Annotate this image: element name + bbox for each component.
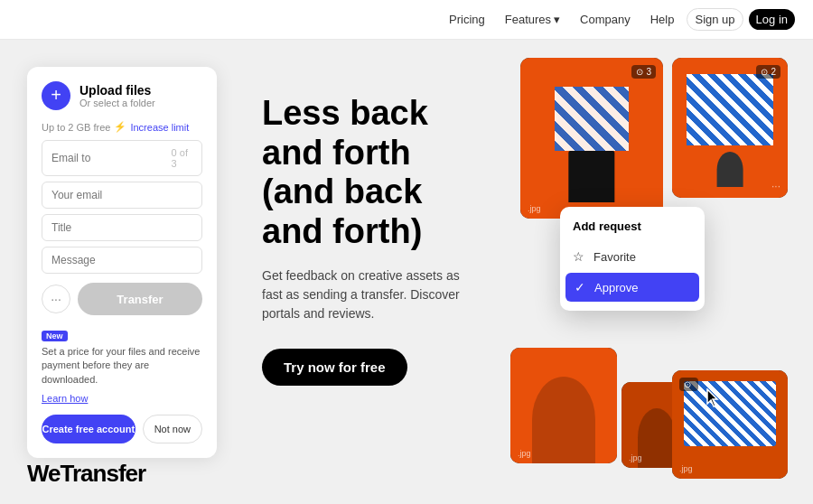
fashion-image-5: ⊙ .jpg [672, 370, 788, 479]
card-badge-1: ⊙ 3 [631, 65, 656, 79]
message-field[interactable] [42, 247, 202, 274]
upload-title: Upload files [79, 83, 155, 98]
middle-panel: Less back and forth (and back and forth)… [235, 40, 506, 404]
clock-icon-5: ⊙ [684, 379, 691, 389]
plus-icon: + [51, 86, 61, 104]
hero-title: Less back and forth (and back and forth) [262, 94, 479, 252]
limit-text: Up to 2 GB free [42, 122, 110, 133]
nav-login[interactable]: Log in [749, 9, 795, 30]
email-to-input[interactable] [51, 152, 172, 164]
nav-features[interactable]: Features ▾ [498, 9, 567, 30]
card-dots-2: ··· [771, 180, 780, 192]
clock-icon: ⊙ [636, 67, 643, 77]
clock-icon-2: ⊙ [761, 67, 768, 77]
not-now-button[interactable]: Not now [143, 415, 202, 443]
transfer-button[interactable]: Transfer [78, 283, 202, 315]
upload-title-group: Upload files Or select a folder [79, 83, 155, 108]
nav-links: Pricing Features ▾ Company Help Sign up … [442, 8, 795, 31]
popup-approve-label: Approve [594, 281, 638, 294]
fashion-image-1: ⊙ 3 .jpg [520, 58, 663, 219]
create-account-button[interactable]: Create free account [42, 415, 136, 443]
upload-button[interactable]: + [42, 81, 70, 110]
bottom-buttons: Create free account Not now [42, 415, 202, 443]
title-field[interactable] [42, 214, 202, 241]
card-label-4: .jpg [629, 453, 642, 462]
image-card-1: ⊙ 3 .jpg [520, 58, 663, 219]
title-input[interactable] [51, 221, 192, 234]
your-email-field[interactable] [42, 182, 202, 209]
fashion-image-2: ⊙ 2 ··· [672, 58, 788, 198]
card-label-1: .jpg [528, 204, 541, 213]
card-badge-5: ⊙ [679, 378, 698, 391]
right-panel: ⊙ 3 .jpg ⊙ 2 ··· [506, 49, 795, 504]
transfer-row: ··· Transfer [42, 283, 202, 315]
hero-subtitle: Get feedback on creative assets as fast … [262, 266, 479, 323]
more-options-button[interactable]: ··· [42, 285, 70, 313]
new-badge: New [42, 331, 68, 341]
card-badge-2: ⊙ 2 [756, 65, 780, 79]
brand-logo: WeTransfer [27, 460, 145, 488]
nav-pricing[interactable]: Pricing [442, 9, 492, 30]
payment-text: Set a price for your files and receive p… [42, 345, 202, 387]
image-card-3: .jpg [510, 348, 617, 463]
your-email-input[interactable] [51, 189, 192, 201]
learn-how-link[interactable]: Learn how [42, 393, 88, 404]
card-label-3: .jpg [518, 449, 531, 458]
check-icon: ✓ [575, 280, 585, 294]
star-icon: ☆ [573, 249, 584, 264]
popup-menu: Add request ☆ Favorite ✓ Approve [560, 207, 705, 311]
image-card-5: ⊙ .jpg [672, 370, 788, 479]
upload-card: + Upload files Or select a folder Up to … [27, 67, 217, 458]
nav-company[interactable]: Company [573, 9, 638, 30]
fashion-image-3: .jpg [510, 348, 617, 463]
nav-help[interactable]: Help [643, 9, 682, 30]
increase-limit-link[interactable]: Increase limit [130, 122, 189, 133]
email-count: 0 of 3 [172, 147, 192, 169]
upload-subtitle: Or select a folder [79, 98, 155, 108]
popup-favorite-item[interactable]: ☆ Favorite [560, 242, 705, 271]
popup-title: Add request [560, 214, 705, 242]
limit-row: Up to 2 GB free ⚡ Increase limit [42, 121, 202, 133]
upload-header: + Upload files Or select a folder [42, 81, 202, 110]
email-to-field[interactable]: 0 of 3 [42, 140, 202, 176]
image-card-2: ⊙ 2 ··· [672, 58, 788, 198]
main-content: + Upload files Or select a folder Up to … [0, 40, 813, 504]
navigation: Pricing Features ▾ Company Help Sign up … [0, 0, 813, 40]
card-label-5: .jpg [679, 464, 693, 473]
popup-approve-item[interactable]: ✓ Approve [565, 273, 699, 302]
lightning-icon: ⚡ [114, 121, 126, 133]
nav-signup[interactable]: Sign up [687, 8, 743, 31]
message-input[interactable] [51, 254, 192, 266]
popup-favorite-label: Favorite [593, 250, 636, 264]
cursor-indicator [706, 388, 723, 405]
payment-section: New Set a price for your files and recei… [42, 326, 202, 406]
left-panel: + Upload files Or select a folder Up to … [0, 40, 235, 476]
try-now-button[interactable]: Try now for free [262, 349, 407, 386]
chevron-down-icon: ▾ [554, 13, 560, 26]
